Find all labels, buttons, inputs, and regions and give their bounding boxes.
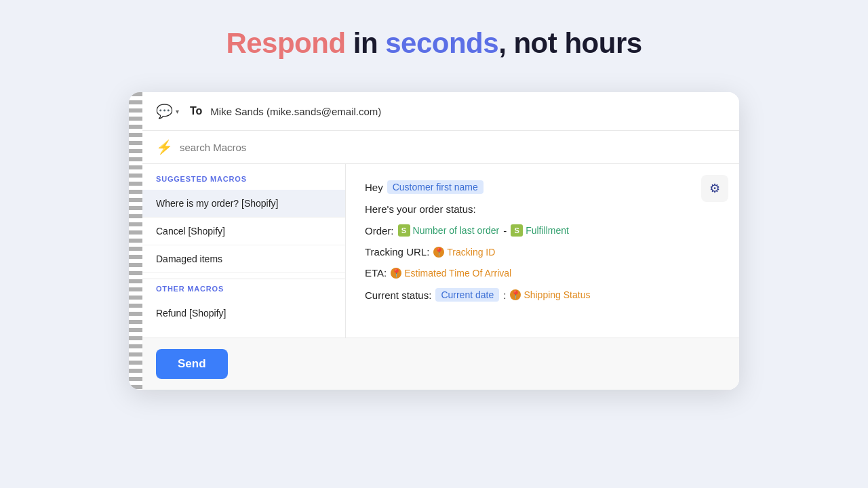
headline-respond: Respond (226, 27, 345, 59)
preview-line-order: Order: Number of last order - Fulfillmen… (365, 224, 720, 237)
gear-button[interactable]: ⚙ (701, 175, 728, 202)
customer-name-tag: Customer first name (387, 180, 484, 194)
fulfillment-tag: Fulfillment (511, 224, 569, 237)
page-headline: Respond in seconds, not hours (226, 27, 642, 60)
macros-panel: SUGGESTED MACROS Where is my order? [Sho… (142, 164, 346, 338)
preview-panel: ⚙ Hey Customer first name Here's your or… (346, 164, 739, 338)
macro-item-2[interactable]: Cancel [Shopify] (142, 218, 345, 245)
footer-row: Send (142, 338, 739, 390)
send-button[interactable]: Send (156, 349, 228, 379)
tracking-label: Tracking URL: (365, 246, 429, 258)
preview-line-status: Here's your order status: (365, 203, 720, 215)
search-row: ⚡ (142, 131, 739, 164)
preview-line-tracking: Tracking URL: Tracking ID (365, 246, 720, 258)
order-dash: - (503, 225, 507, 237)
order-number-tag: Number of last order (398, 224, 500, 237)
shopify-icon-2 (511, 224, 523, 237)
heres-text: Here's your order status: (365, 203, 476, 215)
current-status-label: Current status: (365, 289, 431, 301)
headline-seconds: seconds (385, 27, 498, 59)
reply-icon-wrap[interactable]: 💬 ▾ (156, 103, 179, 119)
headline-comma: , (498, 27, 506, 59)
preview-line-eta: ETA: Estimated Time Of Arrival (365, 267, 720, 279)
to-label: To (190, 105, 202, 117)
colon-separator: : (503, 289, 506, 301)
current-date-tag: Current date (435, 288, 499, 302)
content-area: SUGGESTED MACROS Where is my order? [Sho… (142, 164, 739, 338)
bolt-icon: ⚡ (156, 139, 173, 155)
macro-item-1[interactable]: Where is my order? [Shopify] (142, 190, 345, 218)
reply-icon: 💬 (156, 103, 173, 119)
location-icon-2 (391, 268, 401, 279)
chevron-down-icon: ▾ (176, 108, 179, 115)
order-label: Order: (365, 225, 394, 237)
eta-label: ETA: (365, 267, 387, 279)
eta-tag: Estimated Time Of Arrival (391, 268, 511, 279)
other-macros-label: OTHER MACROS (142, 285, 345, 300)
shopify-icon-1 (398, 224, 410, 237)
shipping-status-tag: Shipping Status (510, 289, 590, 300)
preview-line-current-status: Current status: Current date : Shipping … (365, 288, 720, 302)
hey-text: Hey (365, 182, 383, 193)
headline-not-hours: not hours (506, 27, 642, 59)
location-icon-1 (433, 247, 444, 258)
macro-item-4[interactable]: Refund [Shopify] (142, 300, 345, 327)
tracking-id-tag: Tracking ID (433, 247, 495, 258)
location-icon-3 (510, 289, 521, 300)
to-value: Mike Sands (mike.sands@email.com) (210, 106, 381, 117)
ui-window: 💬 ▾ To Mike Sands (mike.sands@email.com)… (129, 92, 739, 390)
preview-line-hey: Hey Customer first name (365, 180, 720, 194)
header-row: 💬 ▾ To Mike Sands (mike.sands@email.com) (142, 92, 739, 131)
suggested-macros-label: SUGGESTED MACROS (142, 175, 345, 190)
dashed-decoration (129, 92, 142, 390)
headline-in: in (346, 27, 386, 59)
section-divider (142, 279, 345, 279)
main-panel: 💬 ▾ To Mike Sands (mike.sands@email.com)… (142, 92, 739, 390)
search-input[interactable] (180, 142, 726, 153)
macro-item-3[interactable]: Damaged items (142, 245, 345, 273)
